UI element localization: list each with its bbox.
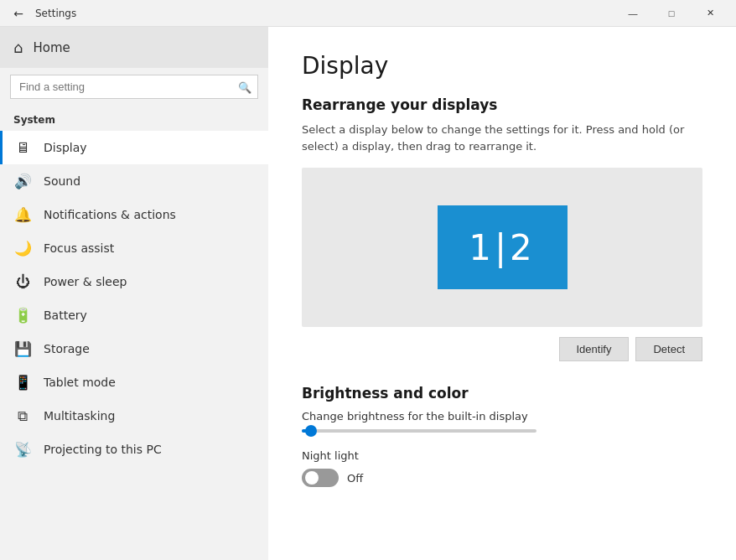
sidebar-item-projecting[interactable]: 📡 Projecting to this PC — [0, 433, 268, 466]
sidebar-item-projecting-label: Projecting to this PC — [44, 443, 162, 456]
rearrange-desc: Select a display below to change the set… — [302, 122, 702, 154]
search-icon: 🔍 — [238, 80, 251, 93]
sidebar-item-storage[interactable]: 💾 Storage — [0, 332, 268, 366]
home-icon: ⌂ — [13, 39, 23, 56]
night-light-state: Off — [347, 472, 363, 485]
search-container: 🔍 — [10, 75, 258, 99]
sidebar-item-notifications[interactable]: 🔔 Notifications & actions — [0, 198, 268, 231]
display-icon: 🖥 — [13, 139, 32, 156]
sidebar-item-battery-label: Battery — [44, 309, 87, 322]
identify-button[interactable]: Identify — [559, 337, 630, 361]
power-icon: ⏻ — [13, 273, 32, 290]
focus-icon: 🌙 — [13, 240, 32, 257]
window-controls: — □ ✕ — [614, 0, 729, 27]
app-body: ⌂ Home 🔍 System 🖥 Display 🔊 Sound 🔔 Noti… — [0, 27, 736, 560]
content-area: Display Rearrange your displays Select a… — [268, 27, 736, 560]
sidebar-item-tablet[interactable]: 📱 Tablet mode — [0, 366, 268, 399]
tablet-icon: 📱 — [13, 374, 32, 391]
minimize-button[interactable]: — — [614, 0, 652, 27]
brightness-label: Change brightness for the built-in displ… — [302, 410, 702, 423]
projecting-icon: 📡 — [13, 441, 32, 458]
sidebar-section-label: System — [0, 106, 268, 131]
window-title: Settings — [35, 8, 614, 19]
page-title: Display — [302, 52, 702, 80]
night-light-toggle[interactable] — [302, 469, 339, 487]
sound-icon: 🔊 — [13, 173, 32, 189]
sidebar-item-power[interactable]: ⏻ Power & sleep — [0, 265, 268, 298]
multitasking-icon: ⧉ — [13, 407, 32, 424]
back-button[interactable]: ← — [7, 2, 30, 25]
sidebar-item-sound[interactable]: 🔊 Sound — [0, 164, 268, 198]
night-light-label: Night light — [302, 449, 702, 462]
sidebar-item-multitasking[interactable]: ⧉ Multitasking — [0, 399, 268, 433]
maximize-button[interactable]: □ — [652, 0, 691, 27]
display-preview: 1|2 — [302, 168, 702, 327]
sidebar-item-power-label: Power & sleep — [44, 275, 127, 288]
sidebar-item-notifications-label: Notifications & actions — [44, 208, 176, 221]
battery-icon: 🔋 — [13, 307, 32, 324]
sidebar-item-display[interactable]: 🖥 Display — [0, 131, 268, 164]
sidebar-item-battery[interactable]: 🔋 Battery — [0, 298, 268, 332]
brightness-heading: Brightness and color — [302, 385, 702, 402]
sidebar: ⌂ Home 🔍 System 🖥 Display 🔊 Sound 🔔 Noti… — [0, 27, 268, 560]
storage-icon: 💾 — [13, 340, 32, 357]
notifications-icon: 🔔 — [13, 206, 32, 223]
sidebar-item-storage-label: Storage — [44, 342, 90, 355]
sidebar-item-focus-label: Focus assist — [44, 241, 114, 255]
monitor-label: 1|2 — [469, 227, 536, 268]
home-label: Home — [33, 40, 70, 55]
rearrange-heading: Rearrange your displays — [302, 96, 702, 113]
brightness-section: Change brightness for the built-in displ… — [302, 410, 702, 433]
search-input[interactable] — [10, 75, 258, 99]
sidebar-item-display-label: Display — [44, 141, 87, 154]
night-light-row: Off — [302, 469, 702, 487]
display-action-buttons: Identify Detect — [302, 337, 702, 361]
monitor-box[interactable]: 1|2 — [438, 205, 568, 289]
sidebar-item-multitasking-label: Multitasking — [44, 409, 115, 423]
brightness-slider[interactable] — [302, 429, 536, 433]
close-button[interactable]: ✕ — [691, 0, 729, 27]
sidebar-item-tablet-label: Tablet mode — [44, 376, 116, 389]
sidebar-item-home[interactable]: ⌂ Home — [0, 27, 268, 68]
title-bar: ← Settings — □ ✕ — [0, 0, 736, 27]
slider-thumb[interactable] — [305, 425, 317, 437]
detect-button[interactable]: Detect — [635, 337, 702, 361]
toggle-knob — [305, 471, 319, 485]
sidebar-item-sound-label: Sound — [44, 174, 80, 188]
sidebar-item-focus[interactable]: 🌙 Focus assist — [0, 231, 268, 265]
